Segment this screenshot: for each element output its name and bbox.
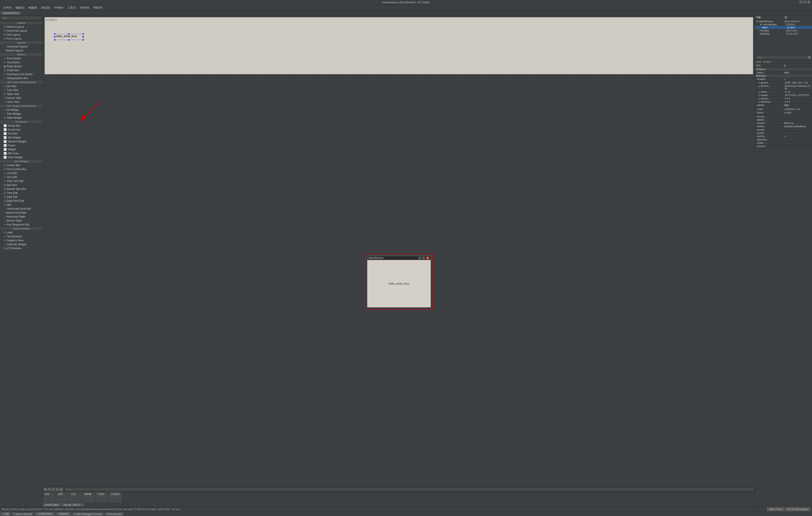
main-window-controls[interactable]: ─ □ ✕: [418, 256, 429, 260]
widget-list-widget[interactable]: ≡ List Widget: [0, 108, 42, 112]
mw-maximize-btn[interactable]: □: [422, 256, 425, 260]
maximize-button[interactable]: □: [803, 0, 806, 3]
btab-compile[interactable]: 4 编译输出: [56, 512, 72, 516]
menu-analyze[interactable]: Analyze: [52, 5, 65, 10]
main-window-widget[interactable]: MainWindow ─ □ ✕ Hello_world_linux: [367, 256, 431, 307]
prop-contextmenu[interactable]: contex... DefaultContextMenu: [755, 125, 812, 128]
widget-scroll-area[interactable]: ⬜ Scroll Area: [0, 128, 42, 132]
widget-stacked-widget[interactable]: ⬜ Stacked Widget: [0, 140, 42, 143]
obj-row-centralwidget[interactable]: ▼ centralwidget QWidget: [755, 23, 812, 26]
widget-key-sequence-edit[interactable]: ▭ Key Sequence Edit: [0, 223, 42, 226]
widget-tree-view[interactable]: ⊳ Tree View: [0, 88, 42, 92]
menu-edit[interactable]: 编辑(E): [14, 5, 26, 10]
prop-enabled[interactable]: enabled ✓: [755, 78, 812, 81]
minimize-button[interactable]: ─: [799, 0, 802, 3]
action-icon-4[interactable]: ▷: [56, 488, 59, 491]
widget-graphics-view[interactable]: ⊙ Graphics View: [0, 239, 42, 242]
widget-tool-box[interactable]: ⬜ Tool Box: [0, 132, 42, 136]
widget-h-scroll-bar[interactable]: ↔ Horizontal Scroll Bar: [0, 207, 42, 211]
widget-line-edit[interactable]: ▭ Line Edit: [0, 171, 42, 175]
tab-action-editor[interactable]: Action Editor: [43, 503, 61, 507]
widget-horizontal-layout[interactable]: ⊟ Horizontal Layout: [0, 29, 42, 33]
menu-widgets[interactable]: 控件(W): [78, 5, 91, 10]
prop-focuspolicy[interactable]: focusP... NoFocus: [755, 121, 812, 125]
menu-tools[interactable]: 工具(T): [66, 5, 78, 10]
widget-column-view[interactable]: ≡ Column View: [0, 96, 42, 100]
widget-grid-layout[interactable]: ⊞ Grid Layout: [0, 33, 42, 37]
widget-combo-box[interactable]: ⊟ Combo Box: [0, 163, 42, 167]
widget-dock-widget[interactable]: ⬜ Dock Widget: [0, 155, 42, 159]
menu-debug[interactable]: 调试(D): [39, 5, 52, 10]
prop-filter-input[interactable]: [756, 55, 807, 59]
widget-time-edit[interactable]: ◷ Time Edit: [0, 191, 42, 195]
mw-minimize-btn[interactable]: ─: [418, 256, 422, 260]
widget-list-view[interactable]: ≡ List View: [0, 84, 42, 88]
widget-tab-widget[interactable]: ⬜ Tab Widget: [0, 136, 42, 140]
prop-sizepolicy[interactable]: ▶sizePol... [Preferred, Preferred, 0, 0]: [755, 84, 812, 90]
action-filter-input[interactable]: [65, 487, 754, 491]
widget-datetime-edit[interactable]: ◷ Date/Time Edit: [0, 199, 42, 203]
handle-bm[interactable]: [68, 39, 69, 40]
handle-bl[interactable]: [54, 39, 55, 40]
widget-command-link[interactable]: ⊙ Command Link Button: [0, 72, 42, 76]
widget-tree-widget[interactable]: ⊳ Tree Widget: [0, 112, 42, 116]
btab-problems[interactable]: 1 问题: [0, 512, 11, 516]
obj-row-label[interactable]: label QLabel: [755, 26, 812, 29]
design-canvas[interactable]: 在这里输入 Hello_world_linux: [43, 16, 755, 487]
widget-table-view[interactable]: ⊞ Table View: [0, 92, 42, 96]
prop-minimumsize[interactable]: ▶minim... 0 x 0: [755, 90, 812, 93]
widget-h-slider[interactable]: ─ Horizontal Slider: [0, 215, 42, 219]
handle-mr[interactable]: [83, 36, 84, 37]
handle-ml[interactable]: [54, 36, 55, 37]
widget-push-button[interactable]: ▭ Push Button: [0, 56, 42, 60]
action-icon-3[interactable]: ✕: [52, 488, 55, 491]
btab-qml-debugger[interactable]: 5 QML Debugger Console: [72, 512, 104, 516]
action-icon-1[interactable]: ⊞: [44, 488, 47, 491]
btab-test-results[interactable]: 8 Test Results: [105, 512, 124, 516]
form-top-preview[interactable]: 在这里输入 Hello_world_linux: [45, 17, 753, 74]
menu-build[interactable]: 构建(B): [27, 5, 39, 10]
handle-tl[interactable]: [54, 33, 55, 34]
prop-maximumsize[interactable]: ▶maxim... 16777215 x 16777215: [755, 93, 812, 97]
widget-frame[interactable]: ⬜ Frame: [0, 143, 42, 147]
widget-plain-text-edit[interactable]: ▭ Plain Text Edit: [0, 179, 42, 183]
widget-check-box[interactable]: ☑ Check Box: [0, 69, 42, 72]
handle-tr[interactable]: [83, 33, 84, 34]
ui-tour-button[interactable]: Take UI Tour: [767, 507, 785, 511]
obj-row-statusbar[interactable]: statusbar QStatusBar: [755, 32, 812, 35]
widget-group-box[interactable]: ⬜ Group Box: [0, 124, 42, 128]
widget-text-edit[interactable]: ▭ Text Edit: [0, 175, 42, 179]
widget-spin-box[interactable]: ⊟ Spin Box: [0, 183, 42, 187]
prop-tooltipdelay[interactable]: toolTip... -1: [755, 135, 812, 138]
widget-h-spacer[interactable]: ↔ Horizontal Spacer: [0, 45, 42, 49]
prop-palette[interactable]: palette 继承: [755, 104, 812, 107]
btab-app-output[interactable]: 3 应用程序输出: [34, 512, 56, 516]
do-not-show-button[interactable]: Do Not Show Again: [785, 507, 810, 511]
tab-mainwindow[interactable]: mainwindow.ui: [1, 11, 21, 15]
action-icon-5[interactable]: ◫: [59, 488, 63, 491]
widget-double-spin-box[interactable]: ⊟ Double Spin Box: [0, 187, 42, 191]
widget-dialog-button-box[interactable]: ▭ Dialog Button Box: [0, 76, 42, 80]
menu-file[interactable]: 文件(F): [1, 5, 13, 10]
prop-tooltip[interactable]: toolTip: [755, 131, 812, 135]
widget-form-layout[interactable]: ⊟ Form Layout: [0, 37, 42, 40]
widget-calendar[interactable]: ⊟ Calendar Widget: [0, 242, 42, 246]
handle-br[interactable]: [83, 39, 84, 40]
mw-close-btn[interactable]: ✕: [426, 256, 429, 260]
btab-search[interactable]: 2 Search Results: [11, 512, 34, 516]
widget-dial[interactable]: ⊙ Dial: [0, 203, 42, 207]
obj-row-mainwindow[interactable]: ▼ MainWindow QMainWindow: [755, 20, 812, 23]
menu-help[interactable]: 帮助(H): [92, 5, 104, 10]
prop-geometry[interactable]: ▶geome... [(230, 180), 321 x 71]: [755, 81, 812, 84]
widget-filter-input[interactable]: [1, 16, 42, 20]
widget-text-browser[interactable]: ▭ Text Browser: [0, 235, 42, 239]
widget-label[interactable]: A Label: [0, 230, 42, 235]
widget-v-scroll-bar[interactable]: ↕ Vertical Scroll Bar: [0, 211, 42, 215]
widget-date-edit[interactable]: ◷ Date Edit: [0, 195, 42, 199]
action-icon-2[interactable]: ✎: [48, 488, 51, 491]
widget-lcd-number[interactable]: 8 LCD Number: [0, 246, 42, 250]
widget-v-spacer[interactable]: ↕ Vertical Spacer: [0, 49, 42, 53]
prop-sizeincrement[interactable]: ▶sizeInc... 0 x 0: [755, 97, 812, 100]
prop-filter-icon[interactable]: ⊟: [808, 56, 811, 59]
tab-signals-slots[interactable]: Signals_Slots E...: [61, 503, 85, 507]
